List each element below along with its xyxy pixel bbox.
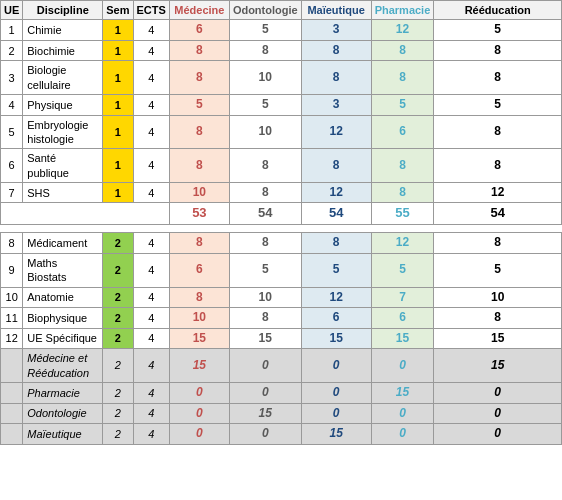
cell-discipline: Médecine et Rééducation [23, 349, 103, 383]
cell-redu: 5 [434, 20, 562, 41]
cell-redu: 15 [434, 328, 562, 349]
cell-redu: 8 [434, 61, 562, 95]
cell-sem: 2 [103, 403, 133, 424]
cell-odonto: 8 [229, 308, 301, 329]
header-sem: Sem [103, 1, 133, 20]
total-med: 53 [169, 203, 229, 225]
cell-ects: 4 [133, 328, 169, 349]
table-row: 7 SHS 1 4 10 8 12 8 12 [1, 182, 562, 203]
cell-discipline: Physique [23, 95, 103, 116]
cell-redu: 0 [434, 403, 562, 424]
cell-sem: 2 [103, 287, 133, 308]
cell-discipline: Pharmacie [23, 382, 103, 403]
cell-discipline: Médicament [23, 233, 103, 254]
cell-ue [1, 349, 23, 383]
cell-pharma: 7 [371, 287, 434, 308]
cell-odonto: 5 [229, 20, 301, 41]
cell-ue: 8 [1, 233, 23, 254]
cell-discipline: Biophysique [23, 308, 103, 329]
cell-med: 6 [169, 253, 229, 287]
cell-discipline: Maïeutique [23, 424, 103, 445]
header-odontologie: Odontologie [229, 1, 301, 20]
cell-odonto: 0 [229, 382, 301, 403]
cell-redu: 5 [434, 95, 562, 116]
cell-maieu: 8 [301, 40, 371, 61]
cell-redu: 0 [434, 382, 562, 403]
cell-discipline: Maths Biostats [23, 253, 103, 287]
cell-odonto: 5 [229, 95, 301, 116]
header-maieutique: Maïeutique [301, 1, 371, 20]
cell-maieu: 0 [301, 349, 371, 383]
cell-ue: 5 [1, 115, 23, 149]
cell-sem: 2 [103, 253, 133, 287]
cell-sem: 1 [103, 61, 133, 95]
cell-ue: 2 [1, 40, 23, 61]
cell-sem: 1 [103, 20, 133, 41]
cell-discipline: Odontologie [23, 403, 103, 424]
cell-odonto: 10 [229, 115, 301, 149]
cell-med: 8 [169, 115, 229, 149]
cell-med: 10 [169, 182, 229, 203]
cell-maieu: 12 [301, 115, 371, 149]
cell-ue: 9 [1, 253, 23, 287]
header-discipline: Discipline [23, 1, 103, 20]
cell-discipline: Biologie cellulaire [23, 61, 103, 95]
cell-ects: 4 [133, 403, 169, 424]
table-row: 10 Anatomie 2 4 8 10 12 7 10 [1, 287, 562, 308]
cell-odonto: 15 [229, 328, 301, 349]
cell-pharma: 8 [371, 61, 434, 95]
cell-redu: 8 [434, 308, 562, 329]
cell-sem: 2 [103, 308, 133, 329]
cell-pharma: 15 [371, 382, 434, 403]
total-redu: 54 [434, 203, 562, 225]
cell-ects: 4 [133, 424, 169, 445]
cell-pharma: 6 [371, 115, 434, 149]
cell-pharma: 15 [371, 328, 434, 349]
cell-discipline: Embryologie histologie [23, 115, 103, 149]
table-row-sub: Médecine et Rééducation 2 4 15 0 0 0 15 [1, 349, 562, 383]
cell-discipline: SHS [23, 182, 103, 203]
cell-pharma: 8 [371, 182, 434, 203]
cell-odonto: 8 [229, 40, 301, 61]
cell-odonto: 5 [229, 253, 301, 287]
cell-odonto: 15 [229, 403, 301, 424]
cell-ects: 4 [133, 61, 169, 95]
cell-med: 8 [169, 149, 229, 183]
cell-odonto: 8 [229, 182, 301, 203]
cell-ects: 4 [133, 182, 169, 203]
total-odonto: 54 [229, 203, 301, 225]
table-row: 5 Embryologie histologie 1 4 8 10 12 6 8 [1, 115, 562, 149]
cell-pharma: 8 [371, 149, 434, 183]
cell-ects: 4 [133, 95, 169, 116]
cell-med: 0 [169, 424, 229, 445]
cell-maieu: 12 [301, 287, 371, 308]
cell-discipline: Chimie [23, 20, 103, 41]
cell-ue: 6 [1, 149, 23, 183]
cell-maieu: 3 [301, 95, 371, 116]
cell-maieu: 5 [301, 253, 371, 287]
cell-ects: 4 [133, 115, 169, 149]
cell-odonto: 8 [229, 233, 301, 254]
table-row: 9 Maths Biostats 2 4 6 5 5 5 5 [1, 253, 562, 287]
table-row: 6 Santé publique 1 4 8 8 8 8 8 [1, 149, 562, 183]
cell-redu: 8 [434, 149, 562, 183]
cell-sem: 1 [103, 149, 133, 183]
cell-redu: 15 [434, 349, 562, 383]
cell-ue: 11 [1, 308, 23, 329]
table-row: 11 Biophysique 2 4 10 8 6 6 8 [1, 308, 562, 329]
cell-pharma: 6 [371, 308, 434, 329]
cell-sem: 1 [103, 182, 133, 203]
cell-maieu: 8 [301, 61, 371, 95]
cell-med: 5 [169, 95, 229, 116]
cell-discipline: Anatomie [23, 287, 103, 308]
cell-med: 8 [169, 287, 229, 308]
cell-ue: 10 [1, 287, 23, 308]
cell-med: 6 [169, 20, 229, 41]
table-row: 3 Biologie cellulaire 1 4 8 10 8 8 8 [1, 61, 562, 95]
cell-sem: 2 [103, 424, 133, 445]
header-pharmacie: Pharmacie [371, 1, 434, 20]
cell-redu: 12 [434, 182, 562, 203]
cell-ue [1, 382, 23, 403]
cell-redu: 8 [434, 233, 562, 254]
cell-ue: 1 [1, 20, 23, 41]
